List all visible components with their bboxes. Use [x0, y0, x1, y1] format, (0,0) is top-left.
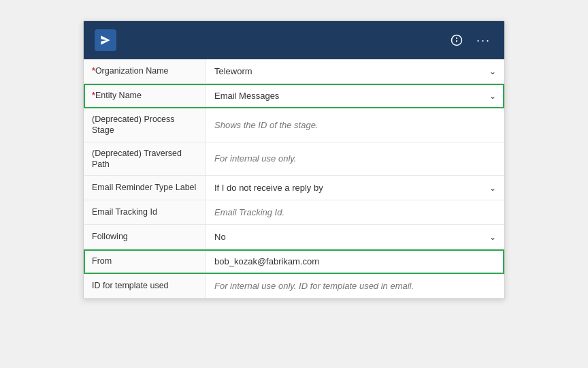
field-label-from: From	[84, 249, 206, 273]
header-actions: ···	[448, 31, 493, 50]
field-label-following: Following	[84, 225, 206, 249]
field-row-email-reminder-type-label: Email Reminder Type LabelIf I do not rec…	[84, 176, 504, 200]
field-value-deprecated-traversed-path[interactable]	[206, 142, 504, 176]
field-value-email-reminder-type-label[interactable]: If I do not receive a reply by⌄	[206, 176, 504, 200]
field-row-from: From	[84, 249, 504, 274]
field-row-org-name: Organization NameTeleworm⌄	[84, 59, 504, 84]
input-deprecated-process-stage[interactable]	[214, 120, 496, 130]
field-value-id-for-template-used[interactable]	[206, 274, 504, 298]
field-label-entity-name: Entity Name	[84, 84, 206, 108]
field-row-email-tracking-id: Email Tracking Id	[84, 200, 504, 225]
field-text-following: No	[214, 232, 226, 242]
field-label-email-tracking-id: Email Tracking Id	[84, 200, 206, 224]
field-label-deprecated-process-stage: (Deprecated) Process Stage	[84, 108, 206, 142]
field-row-deprecated-process-stage: (Deprecated) Process Stage	[84, 108, 504, 142]
field-label-id-for-template-used: ID for template used	[84, 274, 206, 298]
field-value-from[interactable]	[206, 249, 504, 273]
info-button[interactable]	[448, 31, 466, 49]
field-row-id-for-template-used: ID for template used	[84, 274, 504, 298]
input-deprecated-traversed-path[interactable]	[214, 153, 496, 164]
field-value-email-tracking-id[interactable]	[206, 200, 504, 224]
field-text-org-name: Teleworm	[214, 66, 252, 76]
svg-marker-0	[101, 35, 110, 44]
chevron-down-icon: ⌄	[489, 67, 496, 76]
input-email-tracking-id[interactable]	[214, 207, 496, 217]
field-value-deprecated-process-stage[interactable]	[206, 108, 504, 142]
field-value-following[interactable]: No⌄	[206, 225, 504, 249]
field-row-deprecated-traversed-path: (Deprecated) Traversed Path	[84, 142, 504, 177]
chevron-down-icon: ⌄	[489, 183, 496, 193]
panel-header: ···	[84, 21, 504, 59]
field-row-following: FollowingNo⌄	[84, 225, 504, 249]
chevron-down-icon: ⌄	[489, 91, 496, 101]
field-label-deprecated-traversed-path: (Deprecated) Traversed Path	[84, 142, 206, 176]
chevron-down-icon: ⌄	[489, 232, 496, 242]
field-text-entity-name: Email Messages	[214, 91, 279, 101]
field-value-entity-name[interactable]: Email Messages⌄	[206, 84, 504, 108]
field-value-org-name[interactable]: Teleworm⌄	[206, 59, 504, 83]
app-icon	[95, 29, 116, 51]
more-options-button[interactable]: ···	[474, 31, 493, 50]
create-record-panel: ··· Organization NameTeleworm⌄Entity Nam…	[83, 20, 505, 299]
input-id-for-template-used[interactable]	[214, 281, 496, 291]
field-row-entity-name: Entity NameEmail Messages⌄	[84, 84, 504, 108]
field-text-email-reminder-type-label: If I do not receive a reply by	[214, 183, 323, 193]
input-from[interactable]	[214, 256, 496, 266]
form-body: Organization NameTeleworm⌄Entity NameEma…	[84, 59, 504, 298]
field-label-org-name: Organization Name	[84, 59, 206, 83]
field-label-email-reminder-type-label: Email Reminder Type Label	[84, 176, 206, 200]
